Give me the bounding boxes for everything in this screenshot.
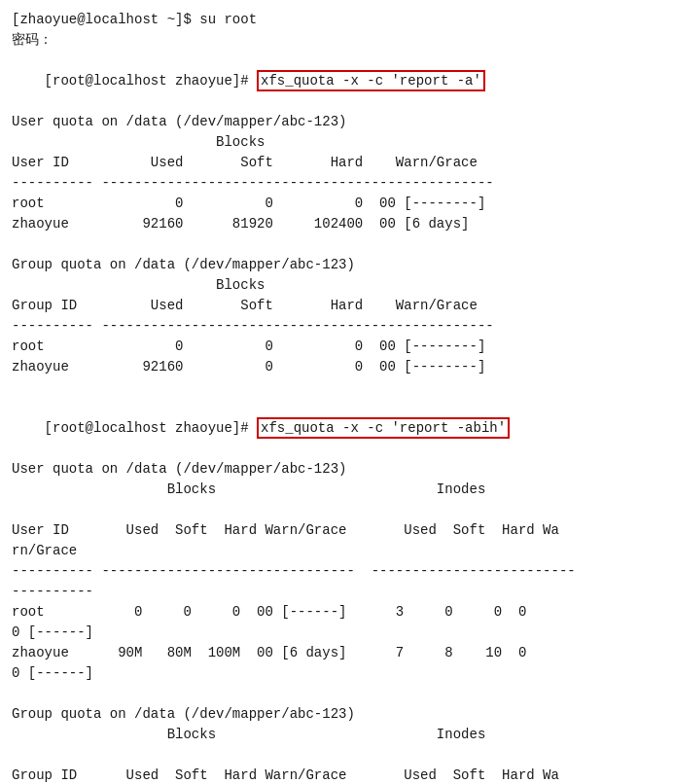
line-21 [12, 500, 661, 520]
prompt-prefix: [root@localhost zhaoyue]# [45, 73, 257, 89]
line-10 [12, 234, 661, 255]
line-19: User quota on /data (/dev/mapper/abc-123… [12, 459, 661, 480]
line-17 [12, 377, 661, 398]
line-18: [root@localhost zhaoyue]# xfs_quota -x -… [12, 398, 661, 459]
line-7: ---------- -----------------------------… [12, 173, 661, 194]
line-2: 密码： [12, 30, 661, 51]
line-27: 0 [------] [12, 623, 661, 643]
line-4: User quota on /data (/dev/mapper/abc-123… [12, 112, 661, 132]
line-6: User ID Used Soft Hard Warn/Grace [12, 153, 661, 173]
line-31: Group quota on /data (/dev/mapper/abc-12… [12, 704, 661, 725]
line-33 [12, 745, 661, 766]
line-3: [root@localhost zhaoyue]# xfs_quota -x -… [12, 51, 661, 112]
line-15: root 0 0 0 00 [--------] [12, 337, 661, 357]
command-2: xfs_quota -x -c 'report -abih' [257, 417, 510, 439]
line-28: zhaoyue 90M 80M 100M 00 [6 days] 7 8 10 … [12, 643, 661, 663]
line-13: Group ID Used Soft Hard Warn/Grace [12, 296, 661, 316]
line-20: Blocks Inodes [12, 480, 661, 500]
line-32: Blocks Inodes [12, 725, 661, 745]
line-12: Blocks [12, 275, 661, 296]
line-1: [zhaoyue@localhost ~]$ su root [12, 10, 661, 30]
line-26: root 0 0 0 00 [------] 3 0 0 0 [12, 602, 661, 623]
line-5: Blocks [12, 132, 661, 153]
line-34: Group ID Used Soft Hard Warn/Grace Used … [12, 766, 661, 784]
line-24: ---------- -----------------------------… [12, 561, 661, 582]
line-29: 0 [------] [12, 663, 661, 684]
line-9: zhaoyue 92160 81920 102400 00 [6 days] [12, 214, 661, 234]
terminal-container: [zhaoyue@localhost ~]$ su root 密码： [root… [12, 10, 661, 784]
line-30 [12, 684, 661, 704]
line-23: rn/Grace [12, 541, 661, 561]
line-22: User ID Used Soft Hard Warn/Grace Used S… [12, 520, 661, 541]
command-1: xfs_quota -x -c 'report -a' [257, 70, 485, 91]
line-11: Group quota on /data (/dev/mapper/abc-12… [12, 255, 661, 275]
line-8: root 0 0 0 00 [--------] [12, 194, 661, 214]
line-14: ---------- -----------------------------… [12, 316, 661, 337]
line-16: zhaoyue 92160 0 0 00 [--------] [12, 357, 661, 377]
line-25: ---------- [12, 582, 661, 602]
prompt-prefix-2: [root@localhost zhaoyue]# [45, 420, 257, 436]
